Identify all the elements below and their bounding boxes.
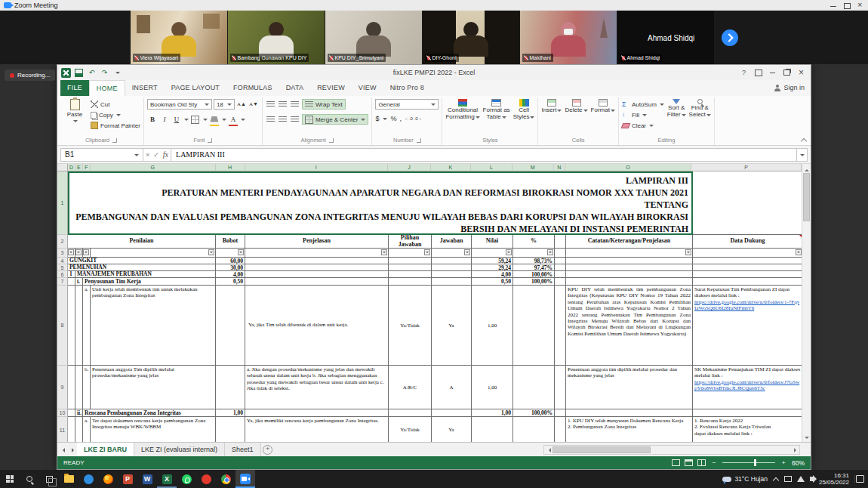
empty-cell[interactable] xyxy=(389,264,432,271)
column-header[interactable]: L xyxy=(471,164,512,171)
filter-cell[interactable] xyxy=(75,249,83,258)
tab-view[interactable]: VIEW xyxy=(352,80,383,96)
column-header[interactable]: K xyxy=(431,164,471,171)
zoom-percent[interactable]: 60% xyxy=(792,459,805,467)
tab-home[interactable]: HOME xyxy=(89,80,125,96)
format-cells-button[interactable]: Format xyxy=(591,97,615,113)
participant-tile[interactable]: Ahmad Shidqi Ahmad Shidqi xyxy=(617,11,714,64)
page-layout-view-button[interactable] xyxy=(685,459,693,466)
tab-formulas[interactable]: FORMULAS xyxy=(226,80,279,96)
empty-cell[interactable] xyxy=(68,286,75,366)
clock[interactable]: 16:31 25/05/2022 xyxy=(819,472,849,486)
row-header[interactable]: 9 xyxy=(57,366,68,409)
sheet-tab-lke-zi-evaluasi-internal[interactable]: LKE ZI (evaluasi internal) xyxy=(134,443,225,456)
wrap-text-button[interactable]: Wrap Text xyxy=(302,99,346,110)
cell-manajemen-perubahan[interactable]: MANAJEMEN PERUBAHAN xyxy=(75,271,216,278)
decrease-font-button[interactable] xyxy=(248,99,259,110)
column-header[interactable]: D xyxy=(68,164,75,171)
enter-formula-button[interactable] xyxy=(153,151,159,159)
delete-cells-button[interactable]: Delete xyxy=(565,97,587,113)
firefox-button[interactable] xyxy=(98,470,118,488)
empty-cell[interactable] xyxy=(216,286,245,366)
font-name-combo[interactable]: Bookman Old Sty xyxy=(147,99,212,110)
fill-button[interactable]: Fill xyxy=(622,110,664,120)
filter-cell[interactable] xyxy=(566,249,693,258)
cell-penjelasan[interactable]: Ya, jika Tim telah dibentuk di dalam uni… xyxy=(245,286,389,366)
cell-percent[interactable]: 100,00% xyxy=(513,271,555,278)
row-header[interactable]: 3 xyxy=(57,249,68,258)
cell-index[interactable]: ii. xyxy=(75,409,83,417)
cell-jawaban[interactable]: Ya xyxy=(432,417,472,442)
header-catatan[interactable]: Catatan/Keterangan/Penjelasan xyxy=(566,235,693,249)
cell-pilihan-jawaban[interactable]: A/B/C xyxy=(389,366,432,409)
cell-penjelasan[interactable]: Ya, jika memiliki rencana kerja pembangu… xyxy=(245,417,389,442)
row-header[interactable]: 5 xyxy=(57,264,68,271)
row-header[interactable]: 11 xyxy=(57,417,68,442)
new-sheet-button[interactable] xyxy=(261,443,275,456)
collapse-ribbon-button[interactable] xyxy=(800,136,808,144)
column-header[interactable]: H xyxy=(216,164,245,171)
name-box[interactable]: B1 xyxy=(60,148,143,162)
row-header[interactable]: 10 xyxy=(57,409,68,417)
cell-penilaian-text[interactable]: Unit kerja telah membentuk tim untuk mel… xyxy=(91,286,216,366)
cell-index[interactable]: 1 xyxy=(68,271,75,278)
cell-pilihan-jawaban[interactable]: Ya/Tidak xyxy=(389,417,432,442)
participant-tile[interactable]: Maidhani xyxy=(520,11,617,64)
empty-cell[interactable] xyxy=(693,171,802,235)
bold-button[interactable]: B xyxy=(147,114,158,125)
word-button[interactable]: W xyxy=(137,470,157,488)
formula-bar-expand-button[interactable] xyxy=(797,148,808,162)
cell-index[interactable]: i. xyxy=(75,278,83,286)
tab-review[interactable]: REVIEW xyxy=(310,80,352,96)
empty-cell[interactable] xyxy=(555,235,566,249)
cell-percent[interactable]: 100,00% xyxy=(513,278,555,286)
clipboard-dialog-launcher[interactable] xyxy=(112,138,117,143)
empty-cell[interactable] xyxy=(245,409,389,417)
column-header[interactable]: F xyxy=(83,164,91,171)
start-button[interactable] xyxy=(0,470,20,488)
header-jawaban[interactable]: Jawaban xyxy=(432,235,472,249)
filter-dropdown-icon[interactable] xyxy=(796,249,802,255)
zoom-slider[interactable] xyxy=(722,459,775,466)
filter-cell[interactable] xyxy=(693,249,802,258)
filter-dropdown-icon[interactable] xyxy=(68,249,74,255)
sort-filter-button[interactable]: Sort & Filter xyxy=(667,97,686,118)
cell-nilai[interactable]: 1,00 xyxy=(472,366,513,409)
tab-file[interactable]: FILE xyxy=(60,80,89,96)
empty-cell[interactable] xyxy=(389,409,432,417)
align-center-button[interactable] xyxy=(278,114,288,125)
cell-jawaban[interactable]: Ya xyxy=(432,286,472,366)
filter-cell[interactable] xyxy=(389,249,432,258)
align-right-button[interactable] xyxy=(290,114,300,125)
browser-button[interactable] xyxy=(196,470,216,488)
empty-cell[interactable] xyxy=(432,409,472,417)
zoom-minimize-button[interactable] xyxy=(830,2,837,9)
empty-cell[interactable] xyxy=(555,258,566,264)
font-dialog-launcher[interactable] xyxy=(208,138,212,143)
header-bobot[interactable]: Bobot xyxy=(216,235,245,249)
cell-rencana-pembangunan[interactable]: Rencana Pembangunan Zona Integritas xyxy=(83,409,216,417)
filter-cell[interactable] xyxy=(68,249,75,258)
sheet-nav-right-button[interactable] xyxy=(67,443,77,456)
cell-nilai[interactable]: 1,00 xyxy=(472,409,513,417)
align-middle-button[interactable] xyxy=(278,99,288,110)
header-penjelasan[interactable]: Penjelasan xyxy=(245,235,389,249)
borders-button[interactable] xyxy=(190,114,201,125)
powerpoint-button[interactable]: P xyxy=(118,470,137,488)
accounting-format-button[interactable] xyxy=(375,115,379,122)
cell-bobot[interactable]: 30,00 xyxy=(216,264,245,271)
empty-cell[interactable] xyxy=(555,409,566,417)
save-button[interactable] xyxy=(74,68,84,78)
empty-cell[interactable] xyxy=(245,278,389,286)
zoom-out-button[interactable] xyxy=(710,459,718,466)
font-size-combo[interactable]: 18 xyxy=(214,99,235,110)
cell-catatan[interactable]: 1. KPU DIY telah menyusun Dokumen Rencan… xyxy=(566,417,693,442)
empty-cell[interactable] xyxy=(566,264,693,271)
cell-bobot[interactable]: 60,00 xyxy=(216,258,245,264)
cell-penjelasan[interactable]: a. Jika dengan prosedur/mekanisme yang j… xyxy=(245,366,389,409)
tab-insert[interactable]: INSERT xyxy=(125,80,165,96)
empty-cell[interactable] xyxy=(566,278,693,286)
format-painter-button[interactable]: Format Painter xyxy=(91,120,140,131)
sign-in-button[interactable]: Sign in xyxy=(774,84,805,91)
cell-penyusunan-tim-kerja[interactable]: Penyusunan Tim Kerja xyxy=(83,278,216,286)
